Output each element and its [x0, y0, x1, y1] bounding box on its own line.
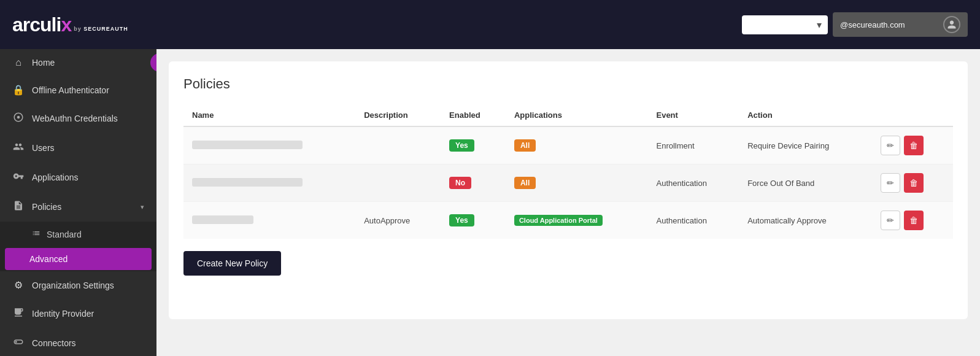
table-row: Yes All Enrollment Require Device Pairin… [183, 126, 953, 164]
sidebar-item-label: Policies [32, 202, 61, 212]
sidebar-item-label: Home [32, 58, 55, 68]
policies-submenu: Standard Advanced [0, 222, 156, 271]
sidebar-item-label: Users [32, 143, 55, 153]
enabled-badge: Yes [449, 139, 474, 152]
user-email: @secureauth.com [840, 20, 905, 29]
sidebar-item-users[interactable]: Users [0, 133, 156, 163]
table-row: No All Authentication Force Out Of Band … [183, 164, 953, 202]
applications-badge: All [514, 177, 536, 189]
sidebar-item-standard[interactable]: Standard [0, 222, 156, 247]
home-icon: ⌂ [12, 57, 25, 68]
edit-button[interactable]: ✏ [881, 211, 900, 230]
identity-provider-icon [12, 307, 25, 320]
header: arculix by SECUREAUTH @secureauth.com [0, 0, 980, 49]
logo-sub: by SECUREAUTH [74, 26, 128, 32]
name-redacted [192, 215, 253, 224]
sidebar-item-connectors[interactable]: Connectors [0, 328, 156, 356]
logo: arculix by SECUREAUTH [12, 14, 128, 36]
content: Policies Name Description Enabled Applic… [156, 49, 980, 356]
sidebar-item-org-settings[interactable]: ⚙ Organization Settings [0, 271, 156, 299]
applications-icon [12, 171, 25, 184]
applications-badge: Cloud Application Portal [514, 215, 603, 226]
cell-action-btns: ✏ 🗑 [872, 164, 953, 202]
col-event: Event [647, 104, 739, 126]
cell-action: Force Out Of Band [739, 164, 872, 202]
cell-description: AutoApprove [355, 202, 441, 239]
svg-point-0 [17, 116, 20, 119]
users-icon [12, 141, 25, 155]
offline-auth-icon: 🔒 [12, 84, 25, 96]
cell-event: Enrollment [647, 126, 739, 164]
edit-button[interactable]: ✏ [881, 173, 900, 193]
col-enabled: Enabled [441, 104, 506, 126]
sidebar-item-applications[interactable]: Applications [0, 163, 156, 192]
org-settings-icon: ⚙ [12, 279, 25, 291]
col-name: Name [183, 104, 355, 126]
connectors-icon [12, 336, 25, 350]
cell-action-btns: ✏ 🗑 [872, 202, 953, 239]
cell-enabled: Yes [441, 202, 506, 239]
sidebar-item-webauthn[interactable]: WebAuthn Credentials [0, 104, 156, 133]
cell-event: Authentication [647, 202, 739, 239]
cell-applications: All [506, 164, 648, 202]
cell-name [183, 202, 355, 239]
enabled-badge: Yes [449, 214, 474, 226]
cell-applications: Cloud Application Portal [506, 202, 648, 239]
cell-description [355, 164, 441, 202]
col-action: Action [739, 104, 872, 126]
sidebar-item-label: Standard [47, 230, 82, 239]
sidebar-item-label: Offline Authenticator [32, 85, 109, 95]
org-select-wrapper [742, 15, 828, 34]
sidebar-item-identity-provider[interactable]: Identity Provider [0, 299, 156, 328]
sidebar-item-offline-authenticator[interactable]: 🔒 Offline Authenticator [0, 76, 156, 104]
col-actions-btns [872, 104, 953, 126]
list-icon [32, 229, 41, 239]
col-applications: Applications [506, 104, 648, 126]
webauthn-icon [12, 112, 25, 125]
cell-applications: All [506, 126, 648, 164]
applications-badge: All [514, 139, 536, 152]
table-row: AutoApprove Yes Cloud Application Portal… [183, 202, 953, 239]
cell-enabled: No [441, 164, 506, 202]
cell-enabled: Yes [441, 126, 506, 164]
policies-icon [12, 200, 25, 214]
sidebar-item-policies[interactable]: Policies ▾ [0, 192, 156, 222]
org-select[interactable] [742, 15, 828, 34]
main-layout: ⌂ Home ≡ 🔒 Offline Authenticator WebAuth… [0, 49, 980, 356]
logo-x: x [61, 14, 71, 36]
create-new-policy-button[interactable]: Create New Policy [183, 251, 281, 276]
cell-action: Automatically Approve [739, 202, 872, 239]
action-buttons: ✏ 🗑 [881, 173, 944, 193]
cell-action-btns: ✏ 🗑 [872, 126, 953, 164]
user-menu[interactable]: @secureauth.com [833, 12, 968, 37]
table-header: Name Description Enabled Applications Ev… [183, 104, 953, 126]
delete-button[interactable]: 🗑 [904, 136, 924, 155]
policies-expand-icon: ▾ [141, 203, 144, 211]
header-right: @secureauth.com [742, 12, 968, 37]
sidebar-item-advanced[interactable]: Advanced [5, 248, 152, 270]
action-buttons: ✏ 🗑 [881, 211, 944, 230]
sidebar-item-label: WebAuthn Credentials [32, 114, 118, 123]
sidebar-item-label: Connectors [32, 338, 76, 348]
sidebar-item-home[interactable]: ⌂ Home [0, 49, 156, 76]
name-redacted [192, 141, 303, 149]
sidebar-item-label: Organization Settings [32, 281, 114, 290]
edit-button[interactable]: ✏ [881, 136, 900, 155]
enabled-badge: No [449, 177, 471, 189]
sidebar-item-label: Identity Provider [32, 309, 94, 319]
cell-name [183, 126, 355, 164]
delete-button[interactable]: 🗑 [904, 173, 924, 193]
table-body: Yes All Enrollment Require Device Pairin… [183, 126, 953, 239]
cell-name [183, 164, 355, 202]
sidebar: ⌂ Home ≡ 🔒 Offline Authenticator WebAuth… [0, 49, 156, 356]
cell-event: Authentication [647, 164, 739, 202]
user-avatar [943, 16, 960, 33]
content-inner: Policies Name Description Enabled Applic… [169, 61, 968, 319]
page-title: Policies [183, 76, 953, 92]
logo-text: arculix [12, 14, 71, 36]
delete-button[interactable]: 🗑 [904, 211, 924, 230]
cell-description [355, 126, 441, 164]
sidebar-item-label: Advanced [29, 254, 68, 264]
name-redacted [192, 178, 303, 187]
sidebar-item-label: Applications [32, 172, 79, 182]
